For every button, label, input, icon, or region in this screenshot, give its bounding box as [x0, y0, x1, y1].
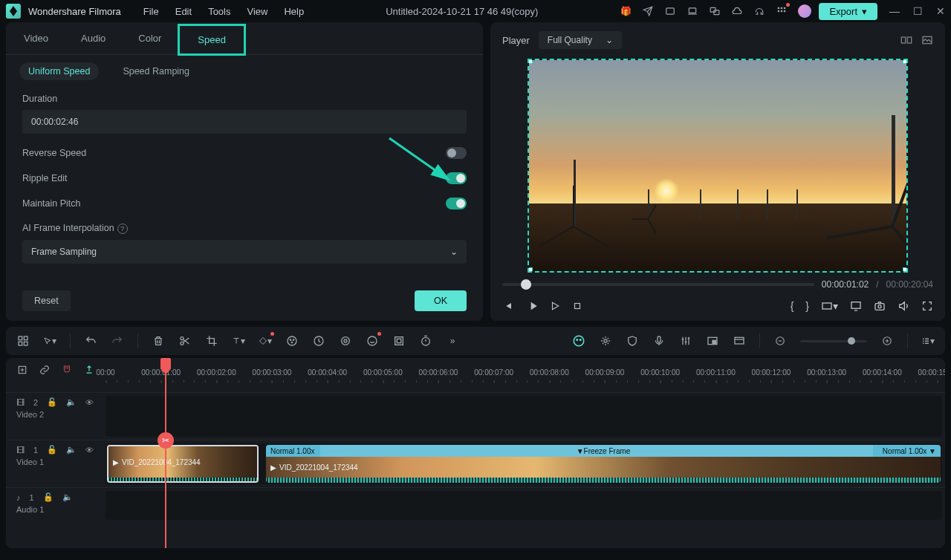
- minimize-button[interactable]: —: [889, 5, 900, 17]
- duration-input[interactable]: [22, 110, 467, 134]
- tab-color[interactable]: Color: [122, 22, 178, 54]
- effects-icon[interactable]: [339, 334, 352, 348]
- cursor-icon[interactable]: ▾: [43, 334, 56, 348]
- delete-icon[interactable]: [152, 334, 165, 348]
- mute-icon[interactable]: 🔈: [66, 397, 77, 407]
- menu-help[interactable]: Help: [284, 6, 304, 17]
- reverse-speed-toggle[interactable]: [446, 147, 467, 159]
- undo-icon[interactable]: [84, 334, 97, 348]
- volume-icon[interactable]: [898, 300, 909, 312]
- shield-icon[interactable]: [626, 334, 639, 348]
- playhead[interactable]: [165, 358, 166, 548]
- cloud-icon[interactable]: [731, 5, 743, 17]
- visibility-icon[interactable]: 👁: [85, 446, 94, 455]
- mark-out-icon[interactable]: }: [805, 300, 809, 312]
- maximize-button[interactable]: ☐: [913, 5, 923, 17]
- more-icon[interactable]: »: [446, 334, 459, 348]
- mixer-icon[interactable]: [679, 334, 692, 348]
- lock-icon[interactable]: 🔓: [47, 397, 57, 407]
- timeline-ruler[interactable]: 00:0000:00:01:0000:00:02:0000:00:03:0000…: [106, 358, 938, 382]
- track-audio1[interactable]: [106, 491, 942, 520]
- timer-icon[interactable]: [419, 334, 432, 348]
- prev-frame-icon[interactable]: [502, 300, 514, 312]
- display-icon[interactable]: [850, 300, 862, 312]
- list-icon[interactable]: ▾: [921, 334, 935, 348]
- zoom-in-icon[interactable]: [880, 334, 894, 348]
- menu-edit[interactable]: Edit: [175, 6, 192, 17]
- crop-icon[interactable]: [205, 334, 218, 348]
- split-icon[interactable]: [178, 334, 192, 348]
- interpolation-dropdown[interactable]: Frame Sampling⌄: [22, 240, 467, 264]
- lock-icon[interactable]: 🔓: [43, 492, 53, 502]
- visibility-icon[interactable]: 👁: [85, 398, 94, 407]
- track-video1[interactable]: ▶VID_20221004_172344 Normal 1.00x ▼ Free…: [106, 443, 942, 484]
- track-head-video2[interactable]: 🎞2🔓🔈👁 Video 2: [6, 393, 106, 440]
- reset-button[interactable]: Reset: [22, 290, 71, 311]
- compare-view-icon[interactable]: [900, 34, 912, 46]
- help-icon[interactable]: ?: [117, 224, 128, 234]
- mute-icon[interactable]: 🔈: [66, 445, 77, 455]
- ai-icon[interactable]: [572, 334, 585, 348]
- fullscreen-icon[interactable]: [921, 300, 933, 312]
- adjust-icon[interactable]: [392, 334, 406, 348]
- scrub-bar[interactable]: [502, 283, 814, 286]
- crop-handle-tr[interactable]: [903, 59, 908, 64]
- board-icon[interactable]: [733, 334, 746, 348]
- subtab-uniform-speed[interactable]: Uniform Speed: [19, 62, 99, 80]
- crop-handle-tl[interactable]: [528, 59, 533, 64]
- gift-icon[interactable]: 🎁: [620, 5, 632, 17]
- keyframe-icon[interactable]: ▾: [259, 334, 272, 348]
- lock-icon[interactable]: 🔓: [47, 445, 57, 455]
- close-button[interactable]: ✕: [936, 5, 945, 17]
- snapshot-icon[interactable]: [874, 300, 886, 312]
- menu-view[interactable]: View: [247, 6, 267, 17]
- add-track-icon[interactable]: [16, 363, 28, 377]
- mic-icon[interactable]: [652, 334, 666, 348]
- play-simple-icon[interactable]: [550, 301, 560, 311]
- color-icon[interactable]: [285, 334, 299, 348]
- ratio-icon[interactable]: ▾: [821, 300, 838, 312]
- ripple-edit-toggle[interactable]: [446, 172, 467, 184]
- apps-icon[interactable]: [776, 5, 788, 17]
- screens-icon[interactable]: [709, 5, 721, 17]
- crop-handle-br[interactable]: [903, 267, 908, 273]
- headphones-icon[interactable]: [753, 5, 765, 17]
- zoom-slider[interactable]: [800, 340, 867, 342]
- crop-handle-bl[interactable]: [528, 267, 533, 273]
- picture-view-icon[interactable]: [921, 34, 933, 46]
- clip-selected[interactable]: ▶VID_20221004_172344: [107, 445, 259, 483]
- play-icon[interactable]: [526, 300, 538, 312]
- zoom-out-icon[interactable]: [773, 334, 787, 348]
- mark-in-icon[interactable]: {: [791, 300, 794, 312]
- magnet-icon[interactable]: [61, 363, 73, 377]
- layout-icon[interactable]: [16, 334, 30, 348]
- window-icon[interactable]: [664, 5, 676, 17]
- link-icon[interactable]: [39, 363, 51, 377]
- speed-icon[interactable]: [312, 334, 325, 348]
- avatar-icon[interactable]: [798, 4, 811, 18]
- tab-audio[interactable]: Audio: [65, 22, 122, 54]
- stop-icon[interactable]: [572, 301, 582, 311]
- tab-speed[interactable]: Speed: [178, 24, 246, 56]
- tab-video[interactable]: Video: [7, 22, 65, 54]
- menu-file[interactable]: File: [143, 6, 159, 17]
- export-button[interactable]: Export▾: [819, 3, 877, 20]
- marker-icon[interactable]: [83, 363, 95, 377]
- sparkle-icon[interactable]: [599, 334, 612, 348]
- menu-tools[interactable]: Tools: [208, 6, 230, 17]
- text-icon[interactable]: ▾: [232, 334, 245, 348]
- pip-icon[interactable]: [706, 334, 719, 348]
- maintain-pitch-toggle[interactable]: [446, 198, 467, 209]
- track-head-audio1[interactable]: ♪1🔓🔈 Audio 1: [6, 488, 106, 523]
- redo-icon[interactable]: [111, 334, 124, 348]
- subtab-speed-ramping[interactable]: Speed Ramping: [114, 62, 198, 80]
- ok-button[interactable]: OK: [415, 290, 467, 311]
- track-video2[interactable]: [106, 396, 942, 437]
- laptop-icon[interactable]: [687, 5, 698, 17]
- send-icon[interactable]: [642, 5, 654, 17]
- scrub-head[interactable]: [521, 279, 531, 290]
- video-preview[interactable]: [528, 59, 908, 273]
- mask-icon[interactable]: [366, 334, 379, 348]
- clip-main[interactable]: Normal 1.00x ▼ Freeze FrameNormal 1.00x …: [266, 445, 941, 483]
- mute-icon[interactable]: 🔈: [62, 492, 73, 502]
